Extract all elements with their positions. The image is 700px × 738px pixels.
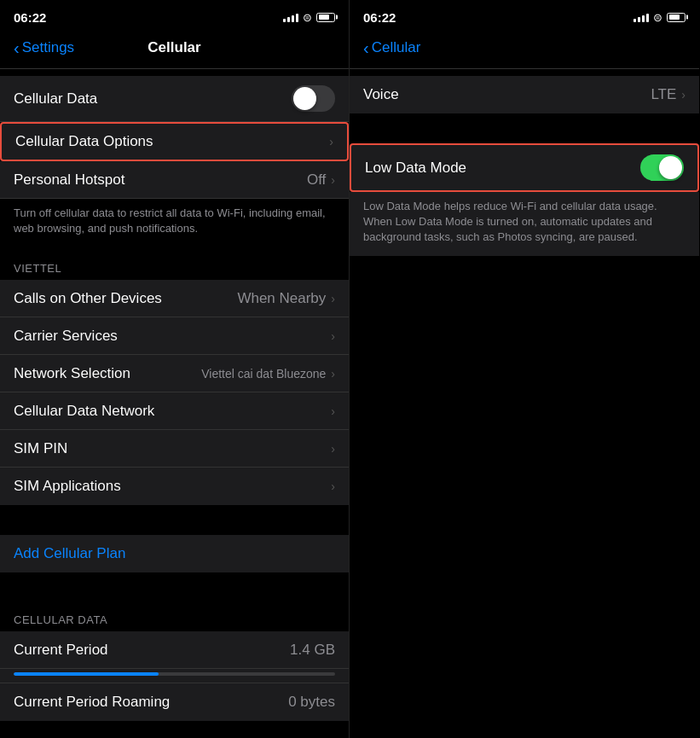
cellular-data-options-row[interactable]: Cellular Data Options › — [0, 122, 349, 161]
sim-pin-chevron: › — [331, 442, 335, 456]
wifi-icon-right: ⊜ — [653, 11, 662, 24]
network-selection-label: Network Selection — [14, 365, 130, 382]
viettel-section: Calls on Other Devices When Nearby › Car… — [0, 280, 349, 505]
status-icons-left: ⊜ — [283, 11, 335, 24]
status-bar-left: 06:22 ⊜ — [0, 0, 349, 31]
back-button-left[interactable]: ‹ Settings — [14, 39, 74, 56]
low-data-mode-toggle[interactable] — [640, 154, 684, 181]
sim-pin-row[interactable]: SIM PIN › — [0, 430, 349, 468]
cellular-data-toggle[interactable] — [292, 85, 335, 112]
status-icons-right: ⊜ — [633, 11, 686, 24]
nav-bar-right: ‹ Cellular — [350, 31, 699, 68]
current-period-row[interactable]: Current Period 1.4 GB — [0, 631, 349, 669]
cellular-data-options-label: Cellular Data Options — [15, 133, 153, 150]
status-time-right: 06:22 — [363, 10, 396, 25]
low-data-mode-row[interactable]: Low Data Mode — [350, 143, 699, 192]
calls-other-devices-value: When Nearby — [237, 290, 326, 307]
cellular-data-network-chevron: › — [331, 404, 335, 418]
sim-pin-label: SIM PIN — [14, 440, 67, 457]
carrier-services-chevron: › — [331, 329, 335, 343]
back-chevron-icon-right: ‹ — [363, 39, 369, 56]
back-label-right: Cellular — [372, 39, 421, 56]
viettel-section-header: VIETTEL — [0, 247, 349, 280]
add-cellular-plan-row[interactable]: Add Cellular Plan — [0, 535, 349, 572]
personal-hotspot-row[interactable]: Personal Hotspot Off › — [0, 161, 349, 199]
signal-icon — [283, 12, 298, 22]
voice-chevron: › — [681, 88, 686, 102]
data-progress-container — [0, 669, 349, 683]
calls-other-devices-label: Calls on Other Devices — [14, 290, 162, 307]
battery-icon-right — [667, 13, 686, 22]
low-data-description: Low Data Mode helps reduce Wi-Fi and cel… — [350, 192, 699, 256]
cellular-data-row[interactable]: Cellular Data — [0, 76, 349, 122]
page-title-left: Cellular — [148, 39, 200, 56]
data-progress-track — [14, 672, 335, 676]
sim-applications-chevron: › — [331, 479, 335, 493]
status-bar-right: 06:22 ⊜ — [350, 0, 699, 31]
network-selection-value: Viettel cai dat Bluezone — [201, 367, 326, 381]
voice-value: LTE — [651, 86, 676, 103]
cellular-data-options-chevron: › — [329, 135, 333, 148]
cellular-data-network-row[interactable]: Cellular Data Network › — [0, 392, 349, 430]
wifi-icon: ⊜ — [303, 11, 312, 24]
personal-hotspot-chevron: › — [331, 173, 335, 187]
network-selection-chevron: › — [331, 367, 335, 381]
left-panel: 06:22 ⊜ ‹ Settings Cellular Cellular Dat… — [0, 0, 350, 738]
cellular-data-section-header: CELLULAR DATA — [0, 598, 349, 631]
current-period-roaming-value: 0 bytes — [288, 694, 335, 711]
back-label-left: Settings — [22, 39, 74, 56]
voice-row[interactable]: Voice LTE › — [350, 76, 699, 113]
right-panel: 06:22 ⊜ ‹ Cellular Voice LTE › — [350, 0, 699, 738]
carrier-services-label: Carrier Services — [14, 328, 118, 345]
sim-applications-row[interactable]: SIM Applications › — [0, 468, 349, 505]
status-time-left: 06:22 — [14, 10, 46, 25]
personal-hotspot-value: Off — [307, 171, 326, 189]
sim-applications-label: SIM Applications — [14, 478, 121, 495]
calls-other-devices-row[interactable]: Calls on Other Devices When Nearby › — [0, 280, 349, 317]
low-data-mode-label: Low Data Mode — [365, 160, 466, 177]
personal-hotspot-label: Personal Hotspot — [14, 171, 124, 189]
battery-icon — [316, 13, 335, 22]
network-selection-row[interactable]: Network Selection Viettel cai dat Bluezo… — [0, 355, 349, 392]
cellular-data-network-label: Cellular Data Network — [14, 403, 154, 420]
cellular-data-label: Cellular Data — [14, 90, 97, 108]
current-period-roaming-row[interactable]: Current Period Roaming 0 bytes — [0, 683, 349, 721]
current-period-roaming-label: Current Period Roaming — [14, 694, 170, 711]
back-button-right[interactable]: ‹ Cellular — [363, 39, 420, 56]
calls-other-devices-chevron: › — [331, 292, 335, 305]
data-progress-fill — [14, 672, 159, 676]
current-period-label: Current Period — [14, 642, 108, 659]
carrier-services-row[interactable]: Carrier Services › — [0, 317, 349, 355]
current-period-value: 1.4 GB — [290, 642, 335, 659]
cellular-info-text: Turn off cellular data to restrict all d… — [0, 199, 349, 247]
back-chevron-icon: ‹ — [14, 39, 20, 56]
signal-icon-right — [633, 12, 649, 22]
voice-label: Voice — [363, 86, 399, 103]
nav-bar-left: ‹ Settings Cellular — [0, 31, 349, 68]
add-cellular-plan-label: Add Cellular Plan — [14, 545, 125, 562]
